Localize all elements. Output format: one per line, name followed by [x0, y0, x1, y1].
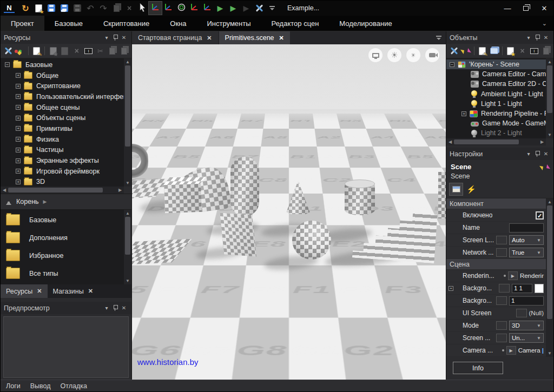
- paste-doc-button[interactable]: [118, 45, 129, 57]
- tree-item[interactable]: +Пользовательский интерфейс: [1, 91, 124, 102]
- panel-menu-icon[interactable]: ▾: [524, 150, 533, 158]
- property-row[interactable]: +Backgro...1 1: [446, 282, 546, 295]
- paste-button[interactable]: [110, 2, 123, 15]
- status-tab-логи[interactable]: Логи: [6, 382, 21, 390]
- transform-arrows-button[interactable]: [460, 45, 471, 57]
- close-icon[interactable]: ✕: [37, 288, 42, 295]
- expander-plus-icon[interactable]: +: [16, 94, 21, 99]
- redo-button[interactable]: ↷: [97, 2, 110, 15]
- play-3-button[interactable]: ▶: [240, 2, 253, 15]
- text-input[interactable]: [509, 223, 544, 232]
- doc-star-button[interactable]: ★: [48, 45, 58, 57]
- expander-minus-icon[interactable]: −: [450, 62, 454, 67]
- expander-plus-icon[interactable]: +: [16, 116, 21, 121]
- object-tree-item[interactable]: Camera Editor 2D - Cam: [446, 79, 546, 89]
- tree-item[interactable]: +Примитивы: [1, 123, 124, 134]
- expander-minus-icon[interactable]: −: [5, 62, 10, 67]
- transform-tool-button[interactable]: [201, 2, 214, 15]
- expander-plus-icon[interactable]: +: [16, 169, 21, 174]
- rename-button[interactable]: I: [529, 45, 540, 57]
- window-button[interactable]: [489, 45, 499, 57]
- close-icon[interactable]: ✕: [120, 34, 128, 42]
- property-row[interactable]: Camera ...▶Camera |: [446, 344, 546, 357]
- rotate-tool-button[interactable]: [175, 2, 188, 15]
- delete-button[interactable]: ×: [517, 45, 528, 57]
- move-tool-button[interactable]: [149, 2, 162, 15]
- brightness-high-button[interactable]: ☀: [387, 48, 401, 62]
- close-button[interactable]: ✕: [535, 1, 553, 16]
- tree-item[interactable]: +Общие: [1, 70, 124, 81]
- default-value-box[interactable]: [499, 284, 510, 293]
- default-value-box[interactable]: [496, 248, 507, 257]
- save-button[interactable]: [45, 2, 58, 15]
- resources-tree-vscrollbar[interactable]: ▲▼: [124, 58, 131, 187]
- restore-button[interactable]: [517, 1, 535, 16]
- status-tab-отладка[interactable]: Отладка: [61, 382, 87, 390]
- property-row[interactable]: Backgro...1: [446, 295, 546, 307]
- tree-item[interactable]: +Игровой фреймворк: [1, 166, 124, 177]
- expander-plus-icon[interactable]: +: [16, 148, 21, 152]
- expander-plus-icon[interactable]: +: [16, 137, 21, 142]
- expander-plus-icon[interactable]: +: [16, 158, 21, 163]
- object-tree-item[interactable]: Ambient Light - Light: [446, 89, 546, 99]
- tree-item[interactable]: +Физика: [1, 134, 124, 145]
- camera-view-button[interactable]: [425, 48, 439, 62]
- rename-button[interactable]: I: [83, 45, 94, 57]
- delete-button[interactable]: ×: [71, 45, 82, 57]
- objects-tree-hscrollbar[interactable]: ◀▶: [446, 138, 546, 145]
- menu-item-7[interactable]: Моделирование: [329, 16, 402, 31]
- resources-list-vscrollbar[interactable]: ▲▼: [124, 210, 131, 284]
- status-tab-вывод[interactable]: Вывод: [30, 382, 51, 390]
- expander-plus-icon[interactable]: +: [16, 180, 21, 184]
- resources-tree-hscrollbar[interactable]: ◀▶: [1, 187, 124, 194]
- move2-tool-button[interactable]: [162, 2, 175, 15]
- copy-button[interactable]: [540, 45, 551, 57]
- pin-icon[interactable]: [533, 34, 542, 42]
- tree-item[interactable]: +3D: [1, 177, 124, 187]
- tree-item[interactable]: +Скриптование: [1, 81, 124, 91]
- menu-overflow-chevron-icon[interactable]: ⌄: [536, 16, 553, 31]
- app-logo-icon[interactable]: N: [4, 3, 15, 13]
- doc-edit2-button[interactable]: [60, 45, 70, 57]
- null-value[interactable]: (Null): [529, 310, 544, 316]
- panel-menu-icon[interactable]: ▾: [102, 304, 111, 313]
- brightness-low-button[interactable]: ☀: [406, 48, 420, 62]
- objects-tree-vscrollbar[interactable]: ▲▼: [546, 58, 553, 138]
- expander-plus-icon[interactable]: +: [16, 105, 21, 110]
- menu-item-6[interactable]: Редактор сцен: [261, 16, 329, 31]
- up-arrow-icon[interactable]: [5, 198, 12, 205]
- object-tree-item[interactable]: +Rendering Pipeline - Rer: [446, 109, 546, 118]
- tools-button[interactable]: [253, 2, 266, 15]
- property-row[interactable]: Renderin...▶Renderir: [446, 270, 546, 282]
- checkbox[interactable]: ✓: [536, 211, 544, 220]
- toolbar-overflow-button[interactable]: [266, 2, 279, 15]
- reference-value[interactable]: Renderir: [520, 273, 544, 279]
- tab-list-dropdown-icon[interactable]: [432, 31, 446, 44]
- close-icon[interactable]: ✕: [279, 35, 284, 42]
- close-icon[interactable]: ✕: [542, 150, 550, 158]
- property-row[interactable]: UI Screen(Null): [446, 307, 546, 320]
- delete-button[interactable]: ×: [123, 2, 136, 15]
- tree-item[interactable]: +Объекты сцены: [1, 112, 124, 123]
- menu-item-5[interactable]: Инструменты: [197, 16, 261, 31]
- events-tab-button[interactable]: ⚡: [465, 183, 478, 195]
- breadcrumb-chevron-icon[interactable]: ▶: [43, 199, 47, 204]
- default-value-box[interactable]: [496, 296, 507, 305]
- dropdown[interactable]: True▼: [509, 248, 544, 257]
- default-value-box[interactable]: [516, 309, 527, 317]
- cylinder-primitive[interactable]: [345, 180, 375, 217]
- expander-plus-icon[interactable]: +: [16, 126, 21, 131]
- property-row[interactable]: Screen L...Auto▼: [446, 234, 546, 247]
- new-resource-button[interactable]: ★: [32, 2, 45, 15]
- expander-plus-icon[interactable]: +: [16, 84, 21, 89]
- info-button[interactable]: Info: [453, 362, 503, 374]
- number-input[interactable]: 1: [509, 296, 544, 305]
- expander-plus-icon[interactable]: +: [16, 73, 21, 78]
- tilted-plane-primitive[interactable]: [220, 212, 256, 256]
- number-input[interactable]: 1 1: [512, 284, 532, 293]
- list-item[interactable]: [1, 282, 124, 284]
- tools-button[interactable]: [3, 45, 14, 57]
- document-tab[interactable]: Primitives.scene✕: [219, 31, 290, 44]
- doc-star-button[interactable]: ★: [505, 45, 516, 57]
- reference-expand-button[interactable]: ▶: [506, 346, 516, 355]
